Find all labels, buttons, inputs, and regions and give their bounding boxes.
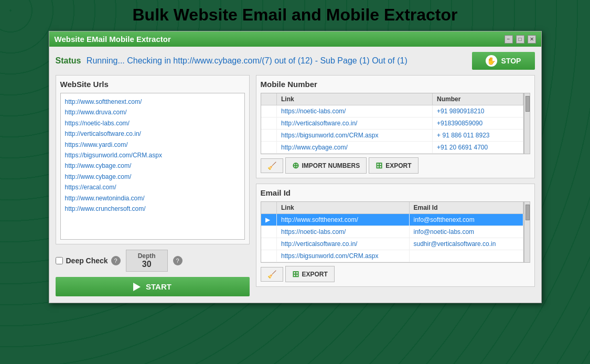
- email-scrollbar-thumb: [525, 205, 530, 220]
- email-table-scroll: Link Email Id ▶ http://www.softthenext.c…: [261, 201, 524, 263]
- start-button[interactable]: START: [56, 277, 250, 296]
- status-text: Status Running... Checking in http://www…: [56, 56, 407, 66]
- table-row[interactable]: https://noetic-labs.com/ info@noetic-lab…: [261, 226, 523, 238]
- email-table: Link Email Id ▶ http://www.softthenext.c…: [261, 202, 523, 262]
- mobile-row-number: +91 9890918210: [433, 105, 523, 117]
- restore-button[interactable]: □: [516, 35, 524, 44]
- mobile-row-select: [261, 130, 277, 142]
- export-icon: ⊞: [376, 160, 382, 170]
- email-row-email: sudhir@verticalsoftware.co.in: [409, 238, 523, 250]
- mobile-table-wrapper: Link Number https://noetic-labs.com/: [261, 93, 524, 154]
- export-icon: ⊞: [292, 269, 299, 279]
- email-row-arrow: [261, 226, 277, 238]
- main-content: WebSite Urls http://www.softthenext.com/…: [56, 75, 535, 296]
- email-clear-button[interactable]: 🧹: [261, 267, 283, 282]
- depth-label: Depth: [135, 252, 159, 260]
- mobile-row-number: +918390859090: [433, 117, 523, 130]
- depth-box: Depth 30: [126, 250, 168, 272]
- status-bar: Status Running... Checking in http://www…: [56, 52, 535, 70]
- email-row-link: https://bigsunworld.com/CRM.aspx: [277, 250, 410, 262]
- url-item: http://www.cybage.com/: [65, 172, 240, 182]
- mobile-export-button[interactable]: ⊞ EXPORT: [369, 157, 418, 174]
- url-item: https://bigsunworld.com/CRM.aspx: [65, 150, 240, 160]
- url-item: https://noetic-labs.com/: [65, 118, 240, 129]
- table-row[interactable]: ▶ http://www.softthenext.com/ info@softt…: [261, 214, 523, 226]
- mobile-row-select: [261, 117, 277, 130]
- eraser-icon: 🧹: [267, 162, 276, 170]
- main-window: Website EMail Mobile Extractor − □ ✕ Sta…: [49, 31, 542, 303]
- email-row-link: http://www.softthenext.com/: [277, 214, 410, 226]
- mobile-col-select: [261, 93, 277, 105]
- table-row[interactable]: https://bigsunworld.com/CRM.aspx: [261, 250, 523, 262]
- email-section-title: Email Id: [261, 188, 530, 197]
- email-row-email: info@softthenext.com: [409, 214, 523, 226]
- email-export-button[interactable]: ⊞ EXPORT: [285, 266, 335, 282]
- email-row-link: https://noetic-labs.com/: [277, 226, 410, 238]
- right-panel: Mobile Number Link Number: [256, 75, 535, 296]
- mobile-scrollbar[interactable]: [524, 93, 530, 154]
- email-row-arrow: [261, 238, 277, 250]
- email-col-email: Email Id: [409, 202, 523, 214]
- mobile-scrollbar-thumb: [525, 96, 530, 112]
- mobile-table-container: Link Number https://noetic-labs.com/: [261, 93, 530, 154]
- url-item: http://www.softthenext.com/: [65, 97, 240, 107]
- import-label: IMPORT NUMBERS: [302, 162, 360, 169]
- deep-check-label: Deep Check: [66, 256, 108, 265]
- mobile-actions: 🧹 ⊕ IMPORT NUMBERS ⊞ EXPORT: [261, 157, 530, 174]
- left-panel: WebSite Urls http://www.softthenext.com/…: [56, 75, 250, 296]
- mobile-col-number: Number: [433, 93, 523, 105]
- email-actions: 🧹 ⊞ EXPORT: [261, 266, 530, 282]
- stop-icon: ✋: [486, 55, 497, 67]
- deep-check-checkbox[interactable]: [56, 257, 63, 264]
- email-row-arrow: [261, 250, 277, 262]
- url-item: https://eracal.com/: [65, 182, 240, 192]
- status-label: Status: [56, 56, 81, 65]
- table-row[interactable]: https://noetic-labs.com/ +91 9890918210: [261, 105, 523, 117]
- table-row[interactable]: http://verticalsoftware.co.in/ +91839085…: [261, 117, 523, 130]
- export-label: EXPORT: [385, 162, 411, 169]
- url-item: http://www.druva.com/: [65, 107, 240, 117]
- table-row[interactable]: http://verticalsoftware.co.in/ sudhir@ve…: [261, 238, 523, 250]
- email-scrollbar[interactable]: [524, 201, 530, 263]
- email-section: Email Id Link Email Id: [256, 184, 535, 287]
- depth-help[interactable]: ?: [173, 256, 183, 265]
- depth-value: 30: [135, 260, 159, 269]
- website-urls-title: WebSite Urls: [60, 80, 245, 89]
- window-title: Website EMail Mobile Extractor: [55, 35, 171, 44]
- window-body: Status Running... Checking in http://www…: [49, 47, 541, 303]
- url-item: http://www.crunchersoft.com/: [65, 204, 240, 214]
- mobile-table: Link Number https://noetic-labs.com/: [261, 93, 523, 154]
- mobile-col-link: Link: [277, 93, 433, 105]
- export-label: EXPORT: [302, 271, 328, 278]
- website-urls-panel: WebSite Urls http://www.softthenext.com/…: [56, 75, 250, 244]
- email-table-container: Link Email Id ▶ http://www.softthenext.c…: [261, 201, 530, 263]
- eraser-icon: 🧹: [267, 270, 276, 279]
- url-item: http://verticalsoftware.co.in/: [65, 129, 240, 139]
- mobile-row-link: http://www.cybage.com/: [277, 142, 433, 154]
- url-list[interactable]: http://www.softthenext.com/ http://www.d…: [60, 93, 245, 240]
- mobile-row-link: http://verticalsoftware.co.in/: [277, 117, 433, 130]
- email-row-email: info@noetic-labs.com: [409, 226, 523, 238]
- email-col-link: Link: [277, 202, 410, 214]
- import-icon: ⊕: [292, 160, 299, 170]
- minimize-button[interactable]: −: [505, 35, 513, 44]
- table-row[interactable]: http://www.cybage.com/ +91 20 6691 4700: [261, 142, 523, 154]
- url-item: http://www.newtonindia.com/: [65, 193, 240, 204]
- mobile-section-title: Mobile Number: [261, 80, 530, 89]
- url-item: http://www.cybage.com/: [65, 160, 240, 171]
- email-row-arrow: ▶: [261, 214, 277, 226]
- mobile-row-select: [261, 142, 277, 154]
- mobile-table-scroll: Link Number https://noetic-labs.com/: [261, 93, 524, 154]
- mobile-row-select: [261, 105, 277, 117]
- deep-check-help[interactable]: ?: [111, 256, 121, 265]
- mobile-import-button[interactable]: ⊕ IMPORT NUMBERS: [285, 157, 367, 174]
- mobile-clear-button[interactable]: 🧹: [261, 158, 283, 173]
- table-row[interactable]: https://bigsunworld.com/CRM.aspx + 91 88…: [261, 130, 523, 142]
- email-row-email: [409, 250, 523, 262]
- play-icon: [133, 283, 141, 291]
- url-item: https://www.yardi.com/: [65, 140, 240, 150]
- stop-button[interactable]: ✋ STOP: [472, 52, 535, 70]
- status-value: Running... Checking in http://www.cybage…: [87, 56, 407, 65]
- close-button[interactable]: ✕: [528, 35, 536, 44]
- mobile-row-link: https://bigsunworld.com/CRM.aspx: [277, 130, 433, 142]
